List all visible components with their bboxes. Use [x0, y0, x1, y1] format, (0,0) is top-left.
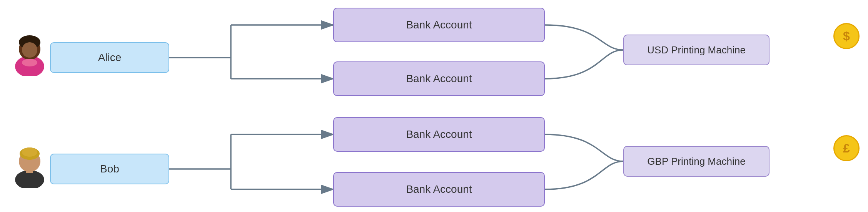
usd-coin-symbol: $: [843, 29, 850, 43]
bank-account-2-label: Bank Account: [406, 73, 472, 85]
alice-box: Alice: [50, 42, 169, 73]
svg-point-12: [22, 147, 37, 157]
gbp-machine-label: GBP Printing Machine: [647, 156, 745, 167]
bank-account-4: Bank Account: [333, 172, 545, 207]
usd-coin: $: [833, 23, 860, 49]
alice-label: Alice: [98, 51, 122, 64]
bob-avatar: [8, 138, 51, 190]
usd-machine-label: USD Printing Machine: [647, 44, 746, 56]
bob-box: Bob: [50, 154, 169, 184]
bank-account-3: Bank Account: [333, 117, 545, 152]
alice-avatar: [8, 26, 51, 78]
svg-point-8: [15, 170, 44, 188]
bank-account-4-label: Bank Account: [406, 183, 472, 195]
gbp-coin: £: [833, 135, 860, 161]
bank-account-2: Bank Account: [333, 61, 545, 96]
bob-label: Bob: [100, 163, 119, 175]
gbp-printing-machine: GBP Printing Machine: [623, 146, 770, 177]
svg-point-7: [22, 59, 37, 66]
usd-printing-machine: USD Printing Machine: [623, 35, 770, 65]
bank-account-1-label: Bank Account: [406, 19, 472, 31]
diagram-container: Alice Bob Bank Account Bank Account Bank…: [0, 0, 868, 212]
gbp-coin-symbol: £: [843, 141, 850, 156]
bank-account-3-label: Bank Account: [406, 128, 472, 141]
svg-point-6: [22, 42, 37, 58]
bank-account-1: Bank Account: [333, 8, 545, 42]
